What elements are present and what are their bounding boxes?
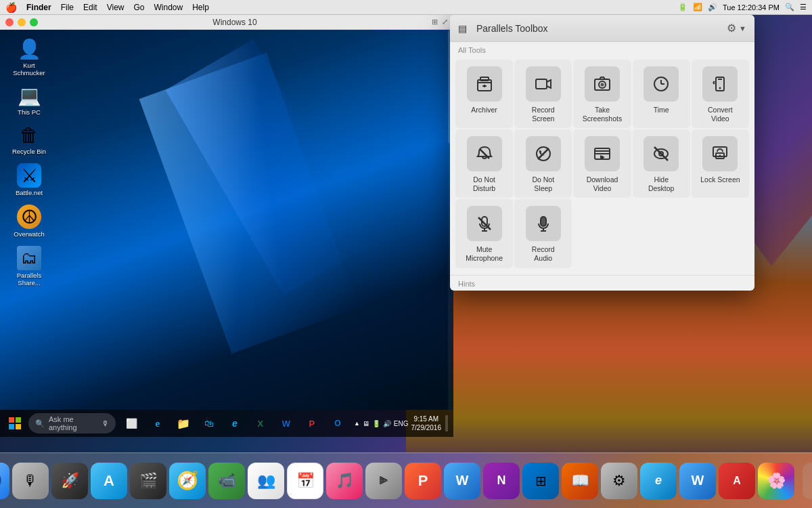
dock-word[interactable]: W (444, 463, 480, 499)
tool-mute-mic[interactable]: MuteMicrophone (455, 199, 513, 268)
file-menu[interactable]: File (61, 3, 74, 12)
finder-menu[interactable]: Finder (26, 3, 51, 12)
svg-rect-0 (9, 417, 14, 423)
win-icon-label-thispc: This PC (18, 108, 41, 116)
tool-screenshots[interactable]: TakeScreenshots (573, 60, 631, 128)
toolbox-titlebar: ▤ Parallels Toolbox ⚙ ▼ (450, 15, 754, 42)
dock-ie[interactable]: e (640, 463, 677, 499)
tool-download-video-icon (585, 136, 620, 171)
tool-record-audio-icon (526, 206, 561, 241)
win-icon-overwatch[interactable]: ☮ Overwatch (5, 202, 53, 240)
win-resize-icon[interactable]: ⤢ (442, 18, 448, 26)
win-icon-label-battlenet: Battle.net (16, 189, 43, 196)
tool-record-audio[interactable]: RecordAudio (514, 199, 572, 268)
tool-convert-video[interactable]: ConvertVideo (692, 60, 749, 128)
dock-system-prefs[interactable]: ⚙ (601, 463, 637, 499)
win-icon-recyclebin[interactable]: 🗑 Recycle Bin (5, 121, 53, 158)
win-task-explorer[interactable]: 📁 (171, 411, 196, 436)
tool-do-not-sleep-label: Do NotSleep (532, 175, 554, 192)
dock-itunes[interactable]: 🎵 (326, 463, 363, 499)
win10-title: Windows 10 (212, 18, 256, 27)
win-icon-thispc[interactable]: 💻 This PC (5, 82, 53, 119)
tool-hide-desktop[interactable]: HideDesktop (633, 129, 690, 198)
win-show-desktop[interactable] (445, 415, 448, 431)
tool-time[interactable]: Time (633, 60, 690, 128)
win-tray-battery: 🔋 (372, 420, 380, 427)
dock-calendar[interactable]: 📅 (287, 463, 323, 499)
toolbox-gear-icon[interactable]: ⚙ (727, 22, 736, 35)
win-task-outlook[interactable]: O (325, 411, 350, 436)
win10-sys-tray: ▲ 🖥 🔋 🔊 ENG 9:15 AM 7/29/2016 (351, 415, 451, 432)
win-search-text: Ask me anything (49, 415, 97, 431)
win-start-button[interactable] (3, 411, 27, 436)
win-task-view[interactable]: ⬜ (120, 411, 144, 436)
go-menu[interactable]: Go (134, 3, 145, 12)
toolbox-tools-grid: Archiver RecordScreen (450, 57, 754, 274)
win-task-ie[interactable]: e (223, 411, 247, 436)
view-menu[interactable]: View (107, 3, 125, 12)
search-icon[interactable]: 🔍 (785, 3, 794, 12)
dock-windows-store[interactable]: ⊞ (522, 463, 559, 499)
tool-download-video-label: DownloadVideo (587, 175, 618, 192)
tool-hide-desktop-icon (644, 136, 679, 171)
toolbox-hints-label: Hints (450, 275, 754, 291)
volume-icon[interactable]: 🔊 (708, 3, 717, 12)
apple-menu[interactable]: 🍎 (5, 2, 17, 13)
dock-appstore[interactable]: A (91, 463, 127, 499)
dock-powerpoint[interactable]: P (405, 463, 441, 499)
dock-finder[interactable]: 🔵 (0, 463, 9, 499)
dock-contacts[interactable]: 👥 (248, 463, 284, 499)
win-search-box[interactable]: 🔍 Ask me anything 🎙 (28, 413, 116, 433)
help-menu[interactable]: Help (192, 3, 209, 12)
dock-imovie[interactable]: 🎬 (130, 463, 166, 499)
notif-icon[interactable]: ☰ (800, 3, 807, 12)
win-task-edge[interactable]: e (145, 411, 170, 436)
dock-parallels[interactable]: ⫸ (365, 463, 402, 499)
win-close-button[interactable] (5, 18, 14, 26)
tool-time-label: Time (654, 106, 669, 114)
dock-siri[interactable]: 🎙 (12, 463, 49, 499)
win-maximize-button[interactable] (30, 18, 38, 26)
dock-onenote[interactable]: N (483, 463, 520, 499)
win10-desktop[interactable]: 👤 Kurt Schmucker 💻 This PC 🗑 Recycle Bin… (0, 30, 453, 410)
toolbox-gear-chevron[interactable]: ▼ (739, 24, 746, 33)
win-task-ppt[interactable]: P (300, 411, 324, 436)
tool-do-not-sleep[interactable]: Do NotSleep (514, 129, 572, 198)
dock-books[interactable]: 📖 (562, 463, 598, 499)
tool-archiver[interactable]: Archiver (455, 60, 513, 128)
win-clock-time: 9:15 AM (411, 415, 442, 423)
battery-icon[interactable]: 🔋 (678, 3, 687, 12)
win10-vm-window: Windows 10 ⊞ ⤢ 👤 Kurt Schmucker 💻 This P… (0, 15, 453, 437)
win-icon-label-parallels-share: Parallels Share... (8, 272, 50, 287)
tool-mute-mic-label: MuteMicrophone (466, 245, 503, 262)
dock-access-word[interactable]: A (719, 463, 755, 499)
dock-facetime[interactable]: 📹 (208, 463, 245, 499)
win-tray-chevron[interactable]: ▲ (354, 420, 360, 427)
tool-record-screen[interactable]: RecordScreen (514, 60, 572, 128)
dock-launchpad[interactable]: 🚀 (51, 463, 88, 499)
wifi-icon[interactable]: 📶 (693, 3, 702, 12)
tool-screenshots-icon (585, 66, 620, 102)
win-task-word[interactable]: W (274, 411, 298, 436)
win-icon-kurt[interactable]: 👤 Kurt Schmucker (5, 35, 53, 79)
win-icon-battlenet[interactable]: ⚔ Battle.net (5, 161, 53, 199)
tool-lock-screen[interactable]: Lock Screen (692, 129, 749, 198)
menu-clock: Tue 12:20:34 PM (723, 3, 780, 12)
win-minimize-button[interactable] (18, 18, 26, 26)
window-menu[interactable]: Window (154, 3, 183, 12)
win-icon-parallels-share[interactable]: 🗂 Parallels Share... (5, 243, 53, 289)
win-task-excel[interactable]: X (248, 411, 273, 436)
dock-photos[interactable]: 🌸 (758, 463, 794, 499)
dock-word-2[interactable]: W (679, 463, 716, 499)
edit-menu[interactable]: Edit (83, 3, 97, 12)
win-task-store[interactable]: 🛍 (197, 411, 221, 436)
win-grid-icon[interactable]: ⊞ (432, 18, 438, 26)
toolbox-list-icon[interactable]: ▤ (458, 23, 467, 34)
win-tray-volume: 🔊 (383, 420, 391, 427)
dock-trash[interactable]: 🗑 (803, 463, 812, 499)
svg-point-11 (600, 83, 604, 87)
tool-record-screen-label: RecordScreen (532, 106, 555, 123)
tool-download-video[interactable]: DownloadVideo (573, 129, 631, 198)
dock-safari[interactable]: 🧭 (169, 463, 206, 499)
tool-dnd[interactable]: Do NotDisturb (455, 129, 513, 198)
